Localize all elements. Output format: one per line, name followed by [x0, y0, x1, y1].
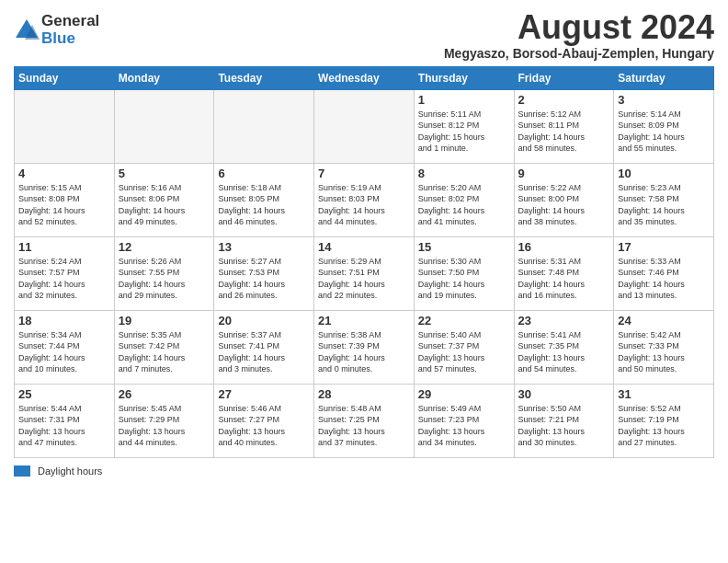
- day-number: 24: [618, 314, 710, 327]
- daylight-box-icon: [14, 465, 30, 477]
- day-cell: 29Sunrise: 5:49 AM Sunset: 7:23 PM Dayli…: [414, 384, 514, 457]
- col-header-monday: Monday: [114, 66, 214, 89]
- day-info: Sunrise: 5:19 AM Sunset: 8:03 PM Dayligh…: [318, 182, 410, 228]
- col-header-thursday: Thursday: [414, 66, 514, 89]
- day-cell: 8Sunrise: 5:20 AM Sunset: 8:02 PM Daylig…: [414, 163, 514, 236]
- day-number: 10: [618, 167, 710, 180]
- day-info: Sunrise: 5:45 AM Sunset: 7:29 PM Dayligh…: [119, 403, 210, 449]
- day-number: 13: [218, 240, 310, 254]
- day-cell: 12Sunrise: 5:26 AM Sunset: 7:55 PM Dayli…: [114, 236, 214, 310]
- day-cell: 26Sunrise: 5:45 AM Sunset: 7:29 PM Dayli…: [114, 384, 214, 457]
- calendar-table: SundayMondayTuesdayWednesdayThursdayFrid…: [14, 66, 714, 458]
- day-number: 21: [318, 314, 410, 327]
- week-row-5: 25Sunrise: 5:44 AM Sunset: 7:31 PM Dayli…: [15, 384, 714, 457]
- day-info: Sunrise: 5:26 AM Sunset: 7:55 PM Dayligh…: [119, 256, 210, 302]
- day-cell: 24Sunrise: 5:42 AM Sunset: 7:33 PM Dayli…: [614, 310, 714, 384]
- day-cell: 2Sunrise: 5:12 AM Sunset: 8:11 PM Daylig…: [514, 89, 614, 163]
- day-info: Sunrise: 5:50 AM Sunset: 7:21 PM Dayligh…: [518, 403, 610, 449]
- day-number: 26: [119, 387, 210, 401]
- day-cell: 9Sunrise: 5:22 AM Sunset: 8:00 PM Daylig…: [514, 163, 614, 236]
- day-info: Sunrise: 5:52 AM Sunset: 7:19 PM Dayligh…: [618, 403, 710, 449]
- day-info: Sunrise: 5:22 AM Sunset: 8:00 PM Dayligh…: [518, 182, 610, 228]
- day-cell: 19Sunrise: 5:35 AM Sunset: 7:42 PM Dayli…: [114, 310, 214, 384]
- footer-label: Daylight hours: [38, 465, 102, 477]
- logo: General Blue: [14, 13, 99, 47]
- col-header-friday: Friday: [514, 66, 614, 89]
- day-cell: 28Sunrise: 5:48 AM Sunset: 7:25 PM Dayli…: [314, 384, 415, 457]
- logo-blue: Blue: [41, 30, 99, 48]
- header: General Blue August 2024 Megyaszo, Borso…: [14, 9, 714, 61]
- day-info: Sunrise: 5:11 AM Sunset: 8:12 PM Dayligh…: [418, 109, 510, 155]
- logo-general: General: [41, 13, 99, 30]
- day-info: Sunrise: 5:20 AM Sunset: 8:02 PM Dayligh…: [418, 182, 510, 228]
- day-number: 1: [418, 93, 510, 107]
- day-cell: 7Sunrise: 5:19 AM Sunset: 8:03 PM Daylig…: [314, 163, 415, 236]
- day-cell: 1Sunrise: 5:11 AM Sunset: 8:12 PM Daylig…: [414, 89, 514, 163]
- day-cell: 10Sunrise: 5:23 AM Sunset: 7:58 PM Dayli…: [614, 163, 714, 236]
- day-cell: 18Sunrise: 5:34 AM Sunset: 7:44 PM Dayli…: [15, 310, 115, 384]
- col-header-sunday: Sunday: [15, 66, 115, 89]
- day-number: 25: [18, 387, 110, 401]
- location: Megyaszo, Borsod-Abauj-Zemplen, Hungary: [444, 46, 714, 61]
- day-number: 6: [218, 167, 310, 180]
- day-number: 19: [119, 314, 210, 327]
- header-row: SundayMondayTuesdayWednesdayThursdayFrid…: [15, 66, 714, 89]
- day-info: Sunrise: 5:18 AM Sunset: 8:05 PM Dayligh…: [218, 182, 310, 228]
- day-number: 27: [218, 387, 310, 401]
- day-cell: 25Sunrise: 5:44 AM Sunset: 7:31 PM Dayli…: [15, 384, 115, 457]
- day-number: 12: [119, 240, 210, 254]
- day-info: Sunrise: 5:49 AM Sunset: 7:23 PM Dayligh…: [418, 403, 510, 449]
- day-info: Sunrise: 5:31 AM Sunset: 7:48 PM Dayligh…: [518, 256, 610, 302]
- day-info: Sunrise: 5:30 AM Sunset: 7:50 PM Dayligh…: [418, 256, 510, 302]
- page: General Blue August 2024 Megyaszo, Borso…: [0, 0, 728, 563]
- week-row-1: 1Sunrise: 5:11 AM Sunset: 8:12 PM Daylig…: [15, 89, 714, 163]
- day-cell: [15, 89, 115, 163]
- logo-icon: [14, 17, 40, 43]
- day-info: Sunrise: 5:41 AM Sunset: 7:35 PM Dayligh…: [518, 329, 610, 375]
- day-number: 28: [318, 387, 410, 401]
- logo-text: General Blue: [41, 13, 99, 47]
- day-info: Sunrise: 5:16 AM Sunset: 8:06 PM Dayligh…: [119, 182, 210, 228]
- day-number: 8: [418, 167, 510, 180]
- day-info: Sunrise: 5:23 AM Sunset: 7:58 PM Dayligh…: [618, 182, 710, 228]
- day-cell: 30Sunrise: 5:50 AM Sunset: 7:21 PM Dayli…: [514, 384, 614, 457]
- day-info: Sunrise: 5:27 AM Sunset: 7:53 PM Dayligh…: [218, 256, 310, 302]
- day-number: 23: [518, 314, 610, 327]
- col-header-saturday: Saturday: [614, 66, 714, 89]
- day-number: 17: [618, 240, 710, 254]
- day-number: 5: [119, 167, 210, 180]
- day-cell: 3Sunrise: 5:14 AM Sunset: 8:09 PM Daylig…: [614, 89, 714, 163]
- day-number: 11: [18, 240, 110, 254]
- day-info: Sunrise: 5:12 AM Sunset: 8:11 PM Dayligh…: [518, 109, 610, 155]
- week-row-2: 4Sunrise: 5:15 AM Sunset: 8:08 PM Daylig…: [15, 163, 714, 236]
- title-block: August 2024 Megyaszo, Borsod-Abauj-Zempl…: [444, 9, 714, 61]
- day-info: Sunrise: 5:40 AM Sunset: 7:37 PM Dayligh…: [418, 329, 510, 375]
- day-number: 16: [518, 240, 610, 254]
- day-info: Sunrise: 5:34 AM Sunset: 7:44 PM Dayligh…: [18, 329, 110, 375]
- day-info: Sunrise: 5:29 AM Sunset: 7:51 PM Dayligh…: [318, 256, 410, 302]
- day-cell: 31Sunrise: 5:52 AM Sunset: 7:19 PM Dayli…: [614, 384, 714, 457]
- day-number: 31: [618, 387, 710, 401]
- day-info: Sunrise: 5:14 AM Sunset: 8:09 PM Dayligh…: [618, 109, 710, 155]
- day-number: 7: [318, 167, 410, 180]
- day-number: 15: [418, 240, 510, 254]
- day-number: 22: [418, 314, 510, 327]
- day-cell: 23Sunrise: 5:41 AM Sunset: 7:35 PM Dayli…: [514, 310, 614, 384]
- day-cell: 17Sunrise: 5:33 AM Sunset: 7:46 PM Dayli…: [614, 236, 714, 310]
- day-info: Sunrise: 5:42 AM Sunset: 7:33 PM Dayligh…: [618, 329, 710, 375]
- day-number: 29: [418, 387, 510, 401]
- day-cell: 22Sunrise: 5:40 AM Sunset: 7:37 PM Dayli…: [414, 310, 514, 384]
- day-number: 14: [318, 240, 410, 254]
- day-info: Sunrise: 5:46 AM Sunset: 7:27 PM Dayligh…: [218, 403, 310, 449]
- day-cell: 14Sunrise: 5:29 AM Sunset: 7:51 PM Dayli…: [314, 236, 415, 310]
- day-info: Sunrise: 5:24 AM Sunset: 7:57 PM Dayligh…: [18, 256, 110, 302]
- month-title: August 2024: [444, 9, 714, 46]
- col-header-tuesday: Tuesday: [214, 66, 314, 89]
- day-info: Sunrise: 5:35 AM Sunset: 7:42 PM Dayligh…: [119, 329, 210, 375]
- day-cell: 11Sunrise: 5:24 AM Sunset: 7:57 PM Dayli…: [15, 236, 115, 310]
- day-number: 9: [518, 167, 610, 180]
- day-cell: 21Sunrise: 5:38 AM Sunset: 7:39 PM Dayli…: [314, 310, 415, 384]
- day-cell: 5Sunrise: 5:16 AM Sunset: 8:06 PM Daylig…: [114, 163, 214, 236]
- day-info: Sunrise: 5:15 AM Sunset: 8:08 PM Dayligh…: [18, 182, 110, 228]
- week-row-4: 18Sunrise: 5:34 AM Sunset: 7:44 PM Dayli…: [15, 310, 714, 384]
